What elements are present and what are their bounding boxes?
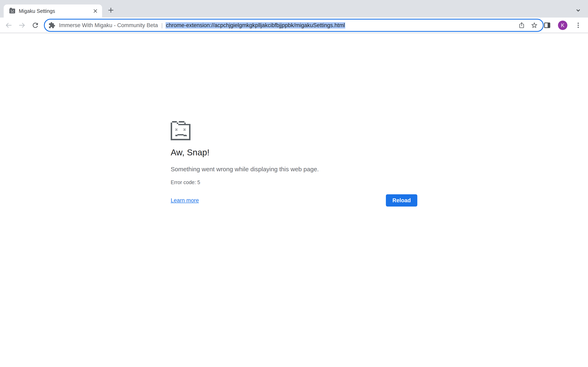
error-code: Error code: 5 [171,179,417,185]
back-button[interactable] [3,20,15,31]
learn-more-link[interactable]: Learn more [171,197,199,204]
reload-icon [31,21,39,29]
new-tab-button[interactable] [106,6,115,15]
puzzle-piece-icon [48,22,55,29]
share-button[interactable] [518,21,526,29]
error-title: Aw, Snap! [171,148,417,157]
url-selected-text: chrome-extension://acpchjgielgmkgkplljak… [165,22,345,29]
tab-strip: Migaku Settings [0,0,588,17]
arrow-left-icon [5,21,13,29]
error-actions: Learn more Reload [171,194,417,207]
reload-button[interactable]: Reload [386,194,417,207]
toolbar-right-controls: K [541,20,584,31]
reload-nav-button[interactable] [30,20,41,31]
error-block: Aw, Snap! Something went wrong while dis… [171,121,417,207]
omnibox-url-bar[interactable]: Immerse With Migaku - Community Beta | c… [44,19,544,32]
sad-folder-icon [171,121,191,140]
omnibox-separator: | [161,22,163,29]
tab-close-button[interactable] [92,8,99,15]
chevron-down-icon [575,7,582,14]
side-panel-button[interactable] [541,20,553,31]
sad-tab-favicon-icon [9,8,16,14]
tab-title: Migaku Settings [19,4,55,17]
tab-search-button[interactable] [573,5,583,15]
page-content: Aw, Snap! Something went wrong while dis… [0,34,588,367]
extension-name-chip[interactable]: Immerse With Migaku - Community Beta [59,22,158,29]
url-text[interactable]: chrome-extension://acpchjgielgmkgkplljak… [165,22,514,29]
avatar-initial: K [558,21,567,30]
bookmark-star-button[interactable] [530,21,538,29]
arrow-right-icon [18,21,26,29]
profile-avatar[interactable]: K [557,20,568,31]
error-message: Something went wrong while displaying th… [171,166,417,173]
browser-menu-button[interactable] [572,20,584,31]
omnibox-actions [518,21,538,29]
plus-icon [107,7,114,14]
forward-button[interactable] [16,20,27,31]
browser-tab[interactable]: Migaku Settings [4,4,102,17]
